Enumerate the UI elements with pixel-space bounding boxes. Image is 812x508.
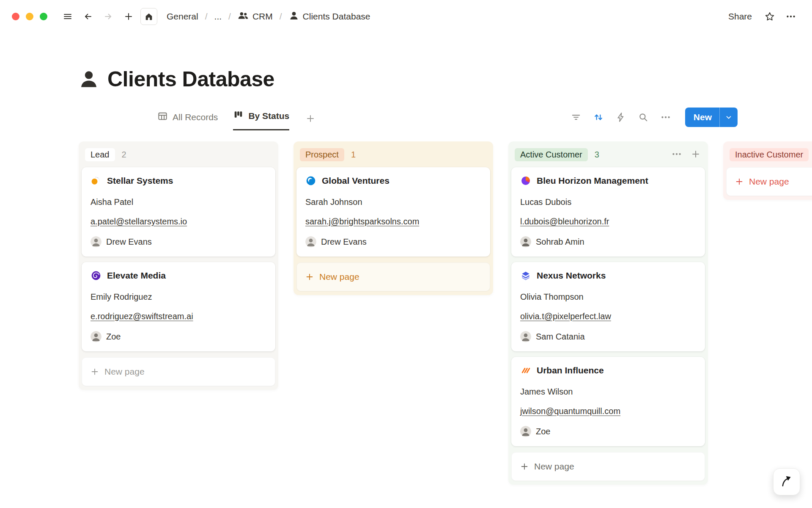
global-ventures-logo <box>305 175 316 186</box>
new-page-button[interactable]: New page <box>82 357 275 386</box>
new-page-button[interactable]: New page <box>511 452 705 481</box>
company-name: Elevate Media <box>107 271 166 281</box>
avatar-zoe <box>91 331 102 342</box>
record-card-bleu-horizon[interactable]: Bleu Horizon Management Lucas Dubois l.d… <box>511 167 705 257</box>
contact-name: James Wilson <box>520 387 696 397</box>
owner-row: Zoe <box>91 331 266 342</box>
email-link[interactable]: olivia.t@pixelperfect.law <box>520 312 611 321</box>
record-card-elevate-media[interactable]: Elevate Media Emily Rodriguez e.rodrigue… <box>82 262 275 351</box>
views-toolbar: All Records By Status <box>157 108 738 130</box>
record-card-urban-influence[interactable]: Urban Influence James Wilson jwilson@qua… <box>511 357 705 446</box>
filter-icon[interactable] <box>571 112 582 123</box>
new-record-label[interactable]: New <box>685 108 719 127</box>
plus-icon <box>735 177 744 186</box>
column-add-card-icon[interactable] <box>691 149 701 161</box>
plus-icon <box>305 272 314 282</box>
column-header: Prospect 1 <box>296 147 490 167</box>
tab-all-records[interactable]: All Records <box>157 111 218 130</box>
breadcrumb-clients-database[interactable]: Clients Database <box>285 8 374 25</box>
person-icon <box>289 11 299 23</box>
column-count: 1 <box>351 150 356 160</box>
owner-row: Sam Catania <box>520 331 696 342</box>
owner-row: Drew Evans <box>91 236 266 247</box>
breadcrumb-ellipsis[interactable]: ... <box>211 9 225 24</box>
company-name: Urban Influence <box>537 365 604 375</box>
contact-name: Aisha Patel <box>91 197 266 207</box>
quill-cursor-icon <box>778 472 795 491</box>
email-link[interactable]: jwilson@quantumquill.com <box>520 406 620 416</box>
column-lead: Lead 2 Stellar Systems Aisha Patel a.pat… <box>79 141 278 390</box>
urban-influence-logo <box>520 365 531 376</box>
board-view-icon <box>233 110 244 122</box>
avatar-sam-catania <box>520 331 531 342</box>
record-card-stellar-systems[interactable]: Stellar Systems Aisha Patel a.patel@stel… <box>82 167 275 257</box>
status-pill-inactive-customer[interactable]: Inactive Customer <box>730 148 809 161</box>
chevron-down-icon[interactable] <box>720 108 738 127</box>
favorite-star-icon[interactable] <box>761 8 778 25</box>
new-page-button[interactable]: New page <box>296 262 490 291</box>
window-controls <box>12 13 47 20</box>
owner-row: Drew Evans <box>305 236 481 247</box>
stellar-systems-logo <box>91 175 102 186</box>
breadcrumb-crm[interactable]: CRM <box>234 8 276 25</box>
table-view-icon <box>157 111 168 124</box>
sidebar-menu-icon[interactable] <box>59 8 76 25</box>
breadcrumb-general[interactable]: General <box>163 9 202 24</box>
view-more-options-icon[interactable] <box>660 112 671 123</box>
company-name: Stellar Systems <box>107 176 173 186</box>
column-header: Active Customer 3 <box>511 147 705 167</box>
status-pill-prospect[interactable]: Prospect <box>300 148 344 161</box>
add-view-icon[interactable] <box>305 113 315 130</box>
page-person-icon[interactable] <box>79 69 99 89</box>
email-link[interactable]: sarah.j@brightsparksolns.com <box>305 217 419 226</box>
tab-by-status[interactable]: By Status <box>233 110 289 130</box>
column-header: Lead 2 <box>82 147 275 167</box>
minimize-window-button[interactable] <box>26 13 33 20</box>
owner-row: Zoe <box>520 426 696 437</box>
breadcrumb: General / ... / CRM / Clients Database <box>163 8 374 25</box>
contact-name: Emily Rodriguez <box>91 292 266 302</box>
column-prospect: Prospect 1 Global Ventures Sarah Johnson… <box>294 141 493 295</box>
new-page-button[interactable]: New page <box>726 167 812 196</box>
page-title[interactable]: Clients Database <box>107 67 274 91</box>
company-name: Nexus Networks <box>537 271 606 281</box>
owner-name: Sam Catania <box>536 332 585 342</box>
email-link[interactable]: e.rodriguez@swiftstream.ai <box>91 312 193 321</box>
record-card-nexus-networks[interactable]: Nexus Networks Olivia Thompson olivia.t@… <box>511 262 705 351</box>
owner-row: Sohrab Amin <box>520 236 696 247</box>
lightning-icon[interactable] <box>615 112 626 123</box>
new-tab-icon[interactable] <box>120 8 137 25</box>
view-actions: New <box>571 108 738 130</box>
close-window-button[interactable] <box>12 13 19 20</box>
owner-name: Sohrab Amin <box>536 237 584 247</box>
share-button[interactable]: Share <box>723 9 757 24</box>
column-options-icon[interactable] <box>671 149 682 161</box>
status-pill-active-customer[interactable]: Active Customer <box>515 148 588 161</box>
titlebar-actions: Share <box>723 8 799 25</box>
cursor-badge <box>773 468 800 495</box>
breadcrumb-separator: / <box>228 11 232 22</box>
search-icon[interactable] <box>638 112 649 123</box>
zoom-window-button[interactable] <box>40 13 47 20</box>
forward-icon[interactable] <box>100 8 117 25</box>
back-icon[interactable] <box>80 8 96 25</box>
column-active-customer: Active Customer 3 Bleu Horizon Managemen… <box>508 141 708 485</box>
new-record-button[interactable]: New <box>685 108 738 127</box>
more-options-icon[interactable] <box>782 8 799 25</box>
email-link[interactable]: a.patel@stellarsystems.io <box>91 217 187 226</box>
record-card-global-ventures[interactable]: Global Ventures Sarah Johnson sarah.j@br… <box>296 167 490 257</box>
plus-icon <box>520 462 529 471</box>
avatar-drew-evans <box>91 236 102 247</box>
status-pill-lead[interactable]: Lead <box>85 148 115 161</box>
owner-name: Zoe <box>536 427 550 436</box>
sort-icon[interactable] <box>593 112 604 123</box>
home-icon[interactable] <box>140 8 157 25</box>
bleu-horizon-logo <box>520 175 531 186</box>
plus-icon <box>90 367 99 376</box>
email-link[interactable]: l.dubois@bleuhorizon.fr <box>520 217 609 226</box>
company-name: Bleu Horizon Management <box>537 176 648 186</box>
window-titlebar: General / ... / CRM / Clients Database S… <box>0 0 812 33</box>
column-inactive-customer: Inactive Customer New page <box>723 141 812 200</box>
contact-name: Olivia Thompson <box>520 292 696 302</box>
owner-name: Zoe <box>106 332 121 342</box>
